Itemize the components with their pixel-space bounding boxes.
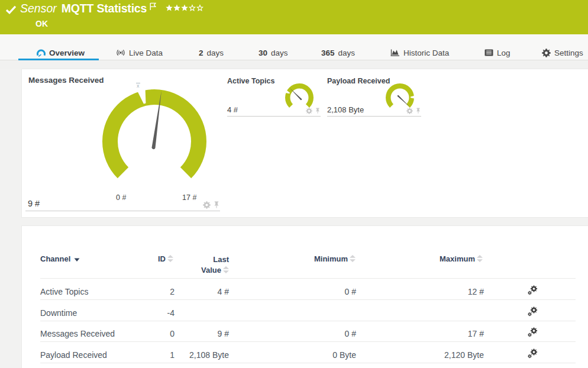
tab-2-days[interactable]: 2 days [199,45,224,60]
toolbar-strip [0,60,588,69]
gauge-block-underline [327,116,421,117]
tab-log[interactable]: Log [484,45,511,60]
broadcast-icon [116,49,125,56]
gauge-title-active-topics: Active Topics [227,77,274,85]
cell-channel[interactable]: Active Topics [40,287,88,296]
gauge-pin-icon[interactable] [315,108,321,114]
sort-caret-icon [74,257,80,262]
cell-channel[interactable]: Messages Received [40,329,115,338]
status-badge: OK [35,19,48,28]
cell-id: 1 [118,350,175,360]
column-header-channel[interactable]: Channel [40,254,80,263]
priority-stars[interactable] [166,4,203,12]
row-separator [40,321,576,321]
sort-icon [223,266,229,273]
status-ok-check-icon [5,5,17,14]
channel-settings-gears-icon[interactable] [527,285,539,296]
column-header-last-value[interactable]: Last Value [177,254,229,276]
row-separator [40,299,576,300]
gauge-pin-icon[interactable] [213,201,220,209]
gauge-title-messages-received: Messages Received [28,76,104,85]
tab-settings[interactable]: Settings [542,45,583,60]
sort-icon [477,255,483,262]
channel-settings-gears-icon[interactable] [527,306,539,318]
cell-minimum: 0 Byte [266,350,356,360]
gauge-title-payload-received: Payload Received [327,77,390,85]
tab-live-data[interactable]: Live Data [116,45,163,60]
cell-id: 0 [118,329,175,338]
gauge-footer-icons [406,108,421,114]
gauge-settings-gear-icon[interactable] [406,108,413,114]
cell-last-value: 2,108 Byte [177,350,229,360]
sensor-header: Sensor MQTT Statistics OK [0,0,588,34]
cell-id: -4 [118,308,175,318]
gauge-value-active-topics: 4 # [227,105,238,114]
sort-icon [350,255,356,262]
gauge-messages-received [96,83,212,199]
cell-maximum: 12 # [390,287,484,296]
column-header-id[interactable]: ID [118,254,173,263]
area-chart-icon [390,49,400,57]
gauge-block-underline [227,116,321,117]
cell-last-value: 9 # [177,329,229,338]
gauge-settings-gear-icon[interactable] [203,201,211,209]
row-separator [40,341,576,342]
tab-historic-data[interactable]: Historic Data [390,45,449,60]
gauge-footer-icons [306,108,321,114]
flag-icon[interactable] [149,2,157,11]
gauge-min-label: 0 # [116,193,126,202]
gauge-value-payload-received: 2,108 Byte [327,105,364,114]
gauge-icon [37,49,46,57]
cell-channel[interactable]: Payload Received [40,350,107,360]
column-header-minimum[interactable]: Minimum [266,254,356,263]
row-separator [40,363,576,363]
cell-maximum: 17 # [390,329,484,338]
tab-365-days[interactable]: 365 days [321,45,355,60]
cell-id: 2 [118,287,175,296]
channels-table-panel [21,225,588,368]
tab-bar: Overview Live Data 2 days 30 days 365 da… [0,34,588,60]
gear-icon [542,49,551,57]
sensor-type-label: Sensor [20,2,57,15]
gauge-max-label: 17 # [182,193,196,202]
cell-last-value: 4 # [177,287,229,296]
sort-icon [167,255,173,262]
channel-settings-gears-icon[interactable] [527,327,539,338]
cell-minimum: 0 # [266,287,356,296]
gauge-average-marker-label: x [136,83,140,89]
gauge-pin-icon[interactable] [415,108,421,114]
page-title: MQTT Statistics [62,2,147,15]
channel-settings-gears-icon[interactable] [527,348,539,360]
cell-channel[interactable]: Downtime [40,308,77,318]
gauge-footer-icons [203,201,220,209]
log-icon [484,49,493,56]
gauge-settings-gear-icon[interactable] [306,108,312,114]
cell-minimum: 0 # [266,329,356,338]
gauge-block-underline [25,211,220,211]
gauge-current-value: 9 # [28,199,40,208]
cell-maximum: 2,120 Byte [390,350,484,360]
tab-30-days[interactable]: 30 days [259,45,288,60]
row-separator [40,278,576,279]
column-header-maximum[interactable]: Maximum [390,254,483,263]
